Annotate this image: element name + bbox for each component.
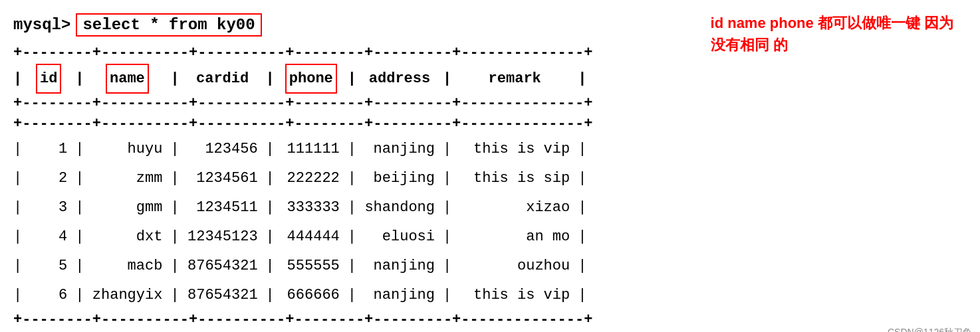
sql-command: select * from ky00 bbox=[76, 13, 261, 37]
cell-id: 6 bbox=[22, 281, 75, 310]
cell-phone: 444444 bbox=[275, 222, 348, 252]
cell-id: 5 bbox=[22, 252, 75, 281]
table-row: |6|zhangyix|87654321|666666|nanjing|this… bbox=[13, 281, 967, 310]
header-id: id bbox=[22, 64, 75, 94]
cell-id: 2 bbox=[22, 164, 75, 193]
cell-phone: 111111 bbox=[275, 135, 348, 164]
watermark: CSDN@1126秋刀鱼 bbox=[888, 327, 972, 332]
header-border-2: +--------+----------+----------+--------… bbox=[13, 114, 967, 135]
cell-remark: this is sip bbox=[451, 164, 578, 193]
header-border-1: +--------+----------+----------+--------… bbox=[13, 94, 967, 114]
cell-cardid: 123456 bbox=[180, 135, 266, 164]
cell-cardid: 1234511 bbox=[180, 193, 266, 222]
cell-id: 3 bbox=[22, 193, 75, 222]
cell-cardid: 87654321 bbox=[180, 252, 266, 281]
cell-remark: this is vip bbox=[451, 281, 578, 310]
table-row: |5|macb|87654321|555555|nanjing|ouzhou| bbox=[13, 252, 967, 281]
header-name: name bbox=[84, 64, 170, 94]
cell-phone: 333333 bbox=[275, 193, 348, 222]
cell-cardid: 87654321 bbox=[180, 281, 266, 310]
cell-remark: an mo bbox=[451, 222, 578, 252]
mysql-prompt: mysql> bbox=[13, 16, 70, 34]
cell-cardid: 12345123 bbox=[180, 222, 266, 252]
cell-remark: this is vip bbox=[451, 135, 578, 164]
cell-name: zmm bbox=[84, 164, 170, 193]
cell-phone: 222222 bbox=[275, 164, 348, 193]
cell-name: dxt bbox=[84, 222, 170, 252]
cell-address: shandong bbox=[356, 193, 443, 222]
cell-name: huyu bbox=[84, 135, 170, 164]
data-rows: |1|huyu|123456|111111|nanjing|this is vi… bbox=[13, 135, 967, 310]
cell-address: beijing bbox=[356, 164, 443, 193]
pipe: | bbox=[13, 66, 22, 92]
table-container: +--------+----------+----------+--------… bbox=[13, 43, 967, 331]
table-row: |2|zmm|1234561|222222|beijing|this is si… bbox=[13, 164, 967, 193]
cell-address: nanjing bbox=[356, 281, 443, 310]
cell-name: zhangyix bbox=[84, 281, 170, 310]
cell-remark: ouzhou bbox=[451, 252, 578, 281]
annotation-text: id name phone 都可以做唯一键 因为 没有相同 的 bbox=[711, 12, 953, 56]
cell-remark: xizao bbox=[451, 193, 578, 222]
table-row: |4|dxt|12345123|444444|eluosi|an mo| bbox=[13, 222, 967, 252]
header-address: address bbox=[356, 66, 443, 92]
header-remark: remark bbox=[451, 66, 578, 92]
cell-address: nanjing bbox=[356, 252, 443, 281]
table-row: |3|gmm|1234511|333333|shandong|xizao| bbox=[13, 193, 967, 222]
cell-id: 1 bbox=[22, 135, 75, 164]
cell-phone: 666666 bbox=[275, 281, 348, 310]
bottom-border: +--------+----------+----------+--------… bbox=[13, 310, 967, 331]
cell-id: 4 bbox=[22, 222, 75, 252]
header-row: | id | name | cardid | phone | address |… bbox=[13, 64, 967, 94]
header-phone: phone bbox=[275, 64, 348, 94]
cell-phone: 555555 bbox=[275, 252, 348, 281]
header-cardid: cardid bbox=[180, 66, 266, 92]
cell-address: nanjing bbox=[356, 135, 443, 164]
cell-name: macb bbox=[84, 252, 170, 281]
cell-cardid: 1234561 bbox=[180, 164, 266, 193]
cell-address: eluosi bbox=[356, 222, 443, 252]
table-row: |1|huyu|123456|111111|nanjing|this is vi… bbox=[13, 135, 967, 164]
cell-name: gmm bbox=[84, 193, 170, 222]
